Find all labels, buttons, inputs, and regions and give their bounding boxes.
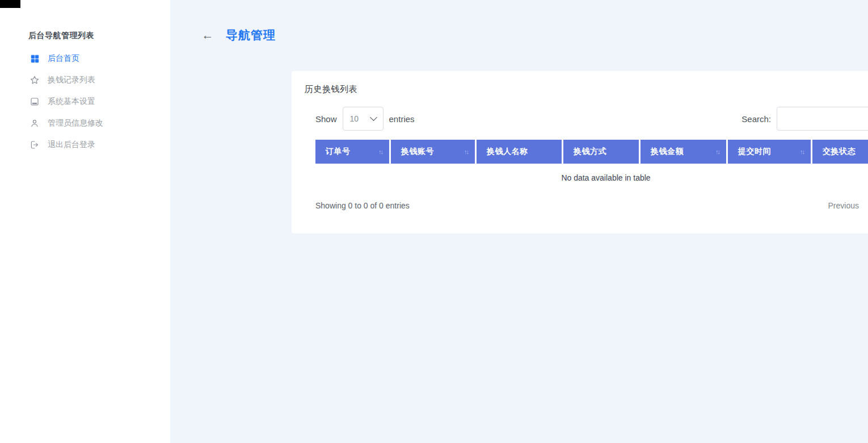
column-header-exchange-status[interactable]: 交换状态 (812, 140, 868, 164)
table-controls: Show 10 entries Search: (315, 107, 868, 131)
main-area: ← 导航管理 历史换钱列表 Show 10 entries Search: (170, 0, 868, 443)
sidebar-menu: 后台首页 换钱记录列表 系统基本设置 (0, 48, 170, 156)
sort-icon[interactable]: ↑↓ (464, 148, 468, 155)
card-title: 历史换钱列表 (305, 84, 357, 95)
sidebar-item-label: 换钱记录列表 (48, 75, 95, 85)
previous-page-button[interactable]: Previous (828, 201, 859, 210)
sidebar-item-exchange-records[interactable]: 换钱记录列表 (0, 69, 170, 91)
sidebar-item-system-settings[interactable]: 系统基本设置 (0, 91, 170, 112)
sidebar-item-label: 系统基本设置 (48, 97, 95, 107)
datatable-zone: Show 10 entries Search: 订单号 ↑↓ 换钱账 (315, 107, 868, 210)
sidebar-item-label: 后台首页 (48, 53, 79, 64)
user-icon (30, 118, 40, 128)
chevron-down-icon (370, 114, 377, 121)
column-header-exchanger-name[interactable]: 换钱人名称 (477, 140, 562, 164)
table-footer: Showing 0 to 0 of 0 entries Previous (315, 201, 868, 210)
search-input[interactable] (777, 107, 868, 131)
column-header-exchange-method[interactable]: 换钱方式 (563, 140, 639, 164)
sidebar-item-label: 管理员信息修改 (48, 118, 103, 128)
monitor-icon (30, 97, 40, 107)
sidebar-item-admin-info[interactable]: 管理员信息修改 (0, 112, 170, 134)
sidebar-item-dashboard[interactable]: 后台首页 (0, 48, 170, 69)
back-arrow-icon[interactable]: ← (201, 27, 214, 43)
column-header-exchange-account[interactable]: 换钱账号 ↑↓ (391, 140, 475, 164)
sort-icon[interactable]: ↑↓ (378, 148, 382, 155)
page-length-value: 10 (350, 114, 359, 123)
table-header-row: 订单号 ↑↓ 换钱账号 ↑↓ 换钱人名称 换钱方式 换钱金额 ↑↓ (315, 140, 868, 164)
entries-label: entries (389, 114, 415, 124)
sidebar: 后台导航管理列表 后台首页 换钱记录列表 (0, 0, 170, 443)
sort-icon[interactable]: ↑↓ (800, 148, 804, 155)
empty-table-message: No data available in table (315, 164, 868, 191)
search-label: Search: (741, 114, 771, 124)
sort-icon[interactable]: ↑↓ (715, 148, 719, 155)
page-header: ← 导航管理 (170, 0, 868, 57)
page-length-select[interactable]: 10 (343, 107, 384, 131)
sidebar-item-logout[interactable]: 退出后台登录 (0, 134, 170, 156)
table-info: Showing 0 to 0 of 0 entries (315, 201, 410, 210)
page-title: 导航管理 (226, 27, 276, 43)
star-icon (30, 75, 40, 85)
sidebar-item-label: 退出后台登录 (48, 140, 95, 150)
history-exchange-card: 历史换钱列表 Show 10 entries Search: 订单号 (292, 71, 868, 233)
sidebar-title: 后台导航管理列表 (28, 31, 94, 41)
show-label: Show (315, 114, 337, 124)
search-group: Search: (741, 107, 868, 131)
logout-icon (30, 140, 40, 150)
column-header-order-id[interactable]: 订单号 ↑↓ (315, 140, 389, 164)
column-header-submit-time[interactable]: 提交时间 ↑↓ (728, 140, 811, 164)
grid-icon (30, 53, 40, 64)
column-header-exchange-amount[interactable]: 换钱金额 ↑↓ (641, 140, 726, 164)
screen-corner-artifact (0, 0, 20, 8)
